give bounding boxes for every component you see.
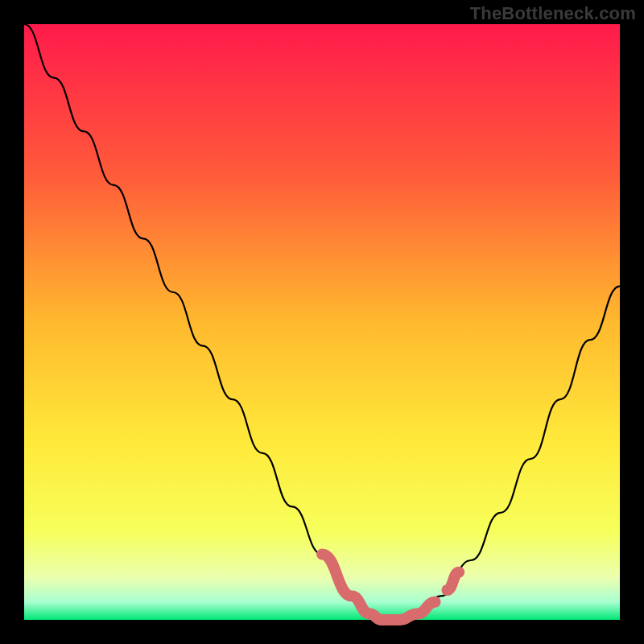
plot-background [24,24,620,620]
chart-frame: TheBottleneck.com [0,0,644,644]
bottleneck-chart [0,0,644,644]
